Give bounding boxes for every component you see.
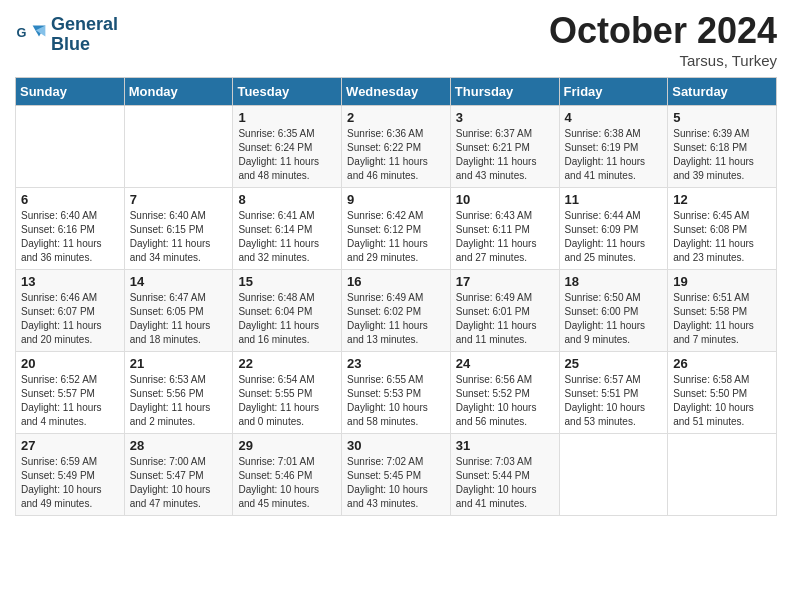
calendar-cell: 26Sunrise: 6:58 AMSunset: 5:50 PMDayligh… (668, 352, 777, 434)
day-info: Sunrise: 6:44 AMSunset: 6:09 PMDaylight:… (565, 209, 663, 265)
calendar-week-row: 27Sunrise: 6:59 AMSunset: 5:49 PMDayligh… (16, 434, 777, 516)
calendar-cell: 31Sunrise: 7:03 AMSunset: 5:44 PMDayligh… (450, 434, 559, 516)
day-info: Sunrise: 6:40 AMSunset: 6:16 PMDaylight:… (21, 209, 119, 265)
calendar-week-row: 13Sunrise: 6:46 AMSunset: 6:07 PMDayligh… (16, 270, 777, 352)
calendar-cell (559, 434, 668, 516)
calendar-cell: 24Sunrise: 6:56 AMSunset: 5:52 PMDayligh… (450, 352, 559, 434)
calendar-week-row: 20Sunrise: 6:52 AMSunset: 5:57 PMDayligh… (16, 352, 777, 434)
calendar-cell: 3Sunrise: 6:37 AMSunset: 6:21 PMDaylight… (450, 106, 559, 188)
day-number: 2 (347, 110, 445, 125)
logo-icon: G (15, 19, 47, 51)
day-number: 12 (673, 192, 771, 207)
day-number: 11 (565, 192, 663, 207)
day-number: 10 (456, 192, 554, 207)
day-info: Sunrise: 6:51 AMSunset: 5:58 PMDaylight:… (673, 291, 771, 347)
calendar-cell: 17Sunrise: 6:49 AMSunset: 6:01 PMDayligh… (450, 270, 559, 352)
day-header-saturday: Saturday (668, 78, 777, 106)
day-number: 5 (673, 110, 771, 125)
day-number: 6 (21, 192, 119, 207)
calendar-cell (124, 106, 233, 188)
calendar-week-row: 6Sunrise: 6:40 AMSunset: 6:16 PMDaylight… (16, 188, 777, 270)
calendar-table: SundayMondayTuesdayWednesdayThursdayFrid… (15, 77, 777, 516)
logo-text: General Blue (51, 15, 118, 55)
calendar-cell: 21Sunrise: 6:53 AMSunset: 5:56 PMDayligh… (124, 352, 233, 434)
day-info: Sunrise: 6:48 AMSunset: 6:04 PMDaylight:… (238, 291, 336, 347)
day-number: 13 (21, 274, 119, 289)
day-info: Sunrise: 6:53 AMSunset: 5:56 PMDaylight:… (130, 373, 228, 429)
calendar-cell: 2Sunrise: 6:36 AMSunset: 6:22 PMDaylight… (342, 106, 451, 188)
calendar-cell: 12Sunrise: 6:45 AMSunset: 6:08 PMDayligh… (668, 188, 777, 270)
day-number: 18 (565, 274, 663, 289)
day-info: Sunrise: 7:02 AMSunset: 5:45 PMDaylight:… (347, 455, 445, 511)
day-number: 8 (238, 192, 336, 207)
day-info: Sunrise: 7:00 AMSunset: 5:47 PMDaylight:… (130, 455, 228, 511)
calendar-cell: 1Sunrise: 6:35 AMSunset: 6:24 PMDaylight… (233, 106, 342, 188)
day-number: 1 (238, 110, 336, 125)
day-number: 19 (673, 274, 771, 289)
calendar-cell: 9Sunrise: 6:42 AMSunset: 6:12 PMDaylight… (342, 188, 451, 270)
day-number: 14 (130, 274, 228, 289)
calendar-cell: 19Sunrise: 6:51 AMSunset: 5:58 PMDayligh… (668, 270, 777, 352)
day-info: Sunrise: 7:01 AMSunset: 5:46 PMDaylight:… (238, 455, 336, 511)
calendar-cell: 8Sunrise: 6:41 AMSunset: 6:14 PMDaylight… (233, 188, 342, 270)
day-number: 21 (130, 356, 228, 371)
calendar-cell: 7Sunrise: 6:40 AMSunset: 6:15 PMDaylight… (124, 188, 233, 270)
calendar-cell: 25Sunrise: 6:57 AMSunset: 5:51 PMDayligh… (559, 352, 668, 434)
logo-line2: Blue (51, 35, 118, 55)
day-info: Sunrise: 6:50 AMSunset: 6:00 PMDaylight:… (565, 291, 663, 347)
day-number: 17 (456, 274, 554, 289)
day-number: 25 (565, 356, 663, 371)
day-info: Sunrise: 6:56 AMSunset: 5:52 PMDaylight:… (456, 373, 554, 429)
day-number: 16 (347, 274, 445, 289)
day-header-monday: Monday (124, 78, 233, 106)
day-header-sunday: Sunday (16, 78, 125, 106)
day-header-tuesday: Tuesday (233, 78, 342, 106)
day-info: Sunrise: 6:49 AMSunset: 6:02 PMDaylight:… (347, 291, 445, 347)
calendar-cell: 5Sunrise: 6:39 AMSunset: 6:18 PMDaylight… (668, 106, 777, 188)
day-number: 15 (238, 274, 336, 289)
day-info: Sunrise: 6:54 AMSunset: 5:55 PMDaylight:… (238, 373, 336, 429)
day-number: 24 (456, 356, 554, 371)
day-info: Sunrise: 6:55 AMSunset: 5:53 PMDaylight:… (347, 373, 445, 429)
calendar-cell: 30Sunrise: 7:02 AMSunset: 5:45 PMDayligh… (342, 434, 451, 516)
day-info: Sunrise: 6:41 AMSunset: 6:14 PMDaylight:… (238, 209, 336, 265)
calendar-cell: 4Sunrise: 6:38 AMSunset: 6:19 PMDaylight… (559, 106, 668, 188)
calendar-cell: 20Sunrise: 6:52 AMSunset: 5:57 PMDayligh… (16, 352, 125, 434)
day-info: Sunrise: 7:03 AMSunset: 5:44 PMDaylight:… (456, 455, 554, 511)
logo: G General Blue (15, 15, 118, 55)
calendar-cell: 28Sunrise: 7:00 AMSunset: 5:47 PMDayligh… (124, 434, 233, 516)
logo-line1: General (51, 15, 118, 35)
calendar-cell: 11Sunrise: 6:44 AMSunset: 6:09 PMDayligh… (559, 188, 668, 270)
day-info: Sunrise: 6:45 AMSunset: 6:08 PMDaylight:… (673, 209, 771, 265)
day-number: 29 (238, 438, 336, 453)
calendar-cell: 18Sunrise: 6:50 AMSunset: 6:00 PMDayligh… (559, 270, 668, 352)
day-info: Sunrise: 6:36 AMSunset: 6:22 PMDaylight:… (347, 127, 445, 183)
calendar-week-row: 1Sunrise: 6:35 AMSunset: 6:24 PMDaylight… (16, 106, 777, 188)
calendar-cell: 23Sunrise: 6:55 AMSunset: 5:53 PMDayligh… (342, 352, 451, 434)
calendar-cell: 10Sunrise: 6:43 AMSunset: 6:11 PMDayligh… (450, 188, 559, 270)
day-number: 23 (347, 356, 445, 371)
day-info: Sunrise: 6:49 AMSunset: 6:01 PMDaylight:… (456, 291, 554, 347)
title-block: October 2024 Tarsus, Turkey (549, 10, 777, 69)
day-info: Sunrise: 6:42 AMSunset: 6:12 PMDaylight:… (347, 209, 445, 265)
day-info: Sunrise: 6:35 AMSunset: 6:24 PMDaylight:… (238, 127, 336, 183)
calendar-header-row: SundayMondayTuesdayWednesdayThursdayFrid… (16, 78, 777, 106)
page-header: G General Blue October 2024 Tarsus, Turk… (15, 10, 777, 69)
day-header-friday: Friday (559, 78, 668, 106)
day-number: 4 (565, 110, 663, 125)
calendar-cell: 14Sunrise: 6:47 AMSunset: 6:05 PMDayligh… (124, 270, 233, 352)
calendar-cell: 29Sunrise: 7:01 AMSunset: 5:46 PMDayligh… (233, 434, 342, 516)
calendar-cell: 6Sunrise: 6:40 AMSunset: 6:16 PMDaylight… (16, 188, 125, 270)
day-number: 20 (21, 356, 119, 371)
day-info: Sunrise: 6:58 AMSunset: 5:50 PMDaylight:… (673, 373, 771, 429)
calendar-cell: 27Sunrise: 6:59 AMSunset: 5:49 PMDayligh… (16, 434, 125, 516)
day-header-thursday: Thursday (450, 78, 559, 106)
day-number: 22 (238, 356, 336, 371)
day-info: Sunrise: 6:46 AMSunset: 6:07 PMDaylight:… (21, 291, 119, 347)
day-header-wednesday: Wednesday (342, 78, 451, 106)
calendar-cell: 16Sunrise: 6:49 AMSunset: 6:02 PMDayligh… (342, 270, 451, 352)
day-info: Sunrise: 6:38 AMSunset: 6:19 PMDaylight:… (565, 127, 663, 183)
day-info: Sunrise: 6:52 AMSunset: 5:57 PMDaylight:… (21, 373, 119, 429)
day-info: Sunrise: 6:57 AMSunset: 5:51 PMDaylight:… (565, 373, 663, 429)
day-number: 31 (456, 438, 554, 453)
